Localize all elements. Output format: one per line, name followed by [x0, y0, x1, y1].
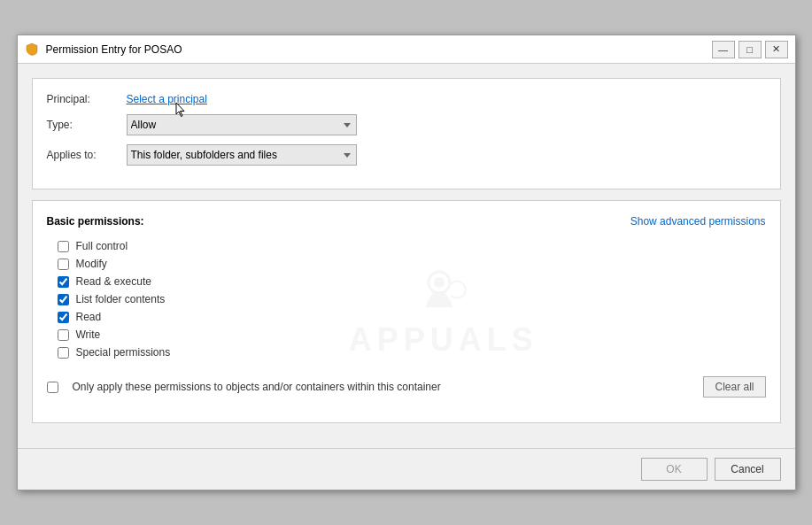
principal-row: Principal: Select a principal	[47, 93, 766, 105]
bottom-options-row: Only apply these permissions to objects …	[47, 376, 766, 398]
show-advanced-link[interactable]: Show advanced permissions	[630, 215, 766, 228]
permissions-header: Basic permissions: Show advanced permiss…	[47, 215, 766, 228]
permission-checkbox-3[interactable]	[58, 294, 69, 305]
permissions-list: Full controlModifyRead & executeList fol…	[47, 240, 766, 359]
applies-to-select[interactable]: This folder, subfolders and files This f…	[127, 144, 357, 166]
principal-label: Principal:	[47, 93, 127, 105]
permission-item: Read	[58, 311, 766, 323]
permission-item: Modify	[58, 258, 766, 270]
title-bar-left: Permission Entry for POSAO	[25, 42, 182, 57]
permission-label-4: Read	[76, 311, 102, 323]
cancel-button[interactable]: Cancel	[715, 458, 781, 481]
close-button[interactable]: ✕	[765, 41, 788, 58]
permission-label-2: Read & execute	[76, 275, 151, 288]
window-icon	[25, 42, 39, 57]
select-principal-link[interactable]: Select a principal	[127, 93, 207, 105]
permission-label-6: Special permissions	[76, 346, 171, 359]
window-title: Permission Entry for POSAO	[46, 43, 182, 56]
main-content: Principal: Select a principal Type: Allo…	[18, 64, 795, 448]
permission-item: Special permissions	[58, 346, 766, 359]
permission-checkbox-0[interactable]	[58, 241, 69, 252]
main-window: Permission Entry for POSAO — □ ✕ Princip…	[17, 35, 796, 490]
permission-label-5: Write	[76, 328, 101, 341]
applies-to-row: Applies to: This folder, subfolders and …	[47, 144, 766, 166]
title-bar-controls: — □ ✕	[712, 41, 788, 58]
permission-item: List folder contents	[58, 293, 766, 305]
type-label: Type:	[47, 119, 127, 131]
permission-label-3: List folder contents	[76, 293, 166, 305]
type-select[interactable]: Allow Deny	[127, 114, 357, 135]
permission-checkbox-4[interactable]	[58, 312, 69, 323]
title-bar: Permission Entry for POSAO — □ ✕	[18, 35, 795, 64]
permission-checkbox-1[interactable]	[58, 259, 69, 270]
footer: OK Cancel	[18, 448, 795, 490]
permission-label-1: Modify	[76, 258, 107, 270]
permission-label-0: Full control	[76, 240, 128, 252]
maximize-button[interactable]: □	[739, 41, 762, 58]
minimize-button[interactable]: —	[712, 41, 735, 58]
only-apply-label: Only apply these permissions to objects …	[73, 381, 441, 393]
top-section: Principal: Select a principal Type: Allo…	[32, 78, 781, 189]
permission-item: Full control	[58, 240, 766, 252]
permissions-title: Basic permissions:	[47, 215, 144, 228]
permission-checkbox-5[interactable]	[58, 329, 69, 341]
type-row: Type: Allow Deny	[47, 114, 766, 135]
ok-button[interactable]: OK	[641, 458, 708, 481]
permission-item: Read & execute	[58, 275, 766, 288]
applies-to-label: Applies to:	[47, 149, 127, 161]
clear-all-button[interactable]: Clear all	[703, 376, 765, 398]
permission-item: Write	[58, 328, 766, 341]
only-apply-checkbox[interactable]	[47, 382, 58, 393]
permissions-section: Basic permissions: Show advanced permiss…	[32, 200, 781, 423]
principal-link-wrapper: Select a principal	[127, 93, 207, 105]
permission-checkbox-2[interactable]	[58, 276, 69, 288]
only-apply-row: Only apply these permissions to objects …	[47, 381, 441, 393]
permission-checkbox-6[interactable]	[58, 347, 69, 359]
